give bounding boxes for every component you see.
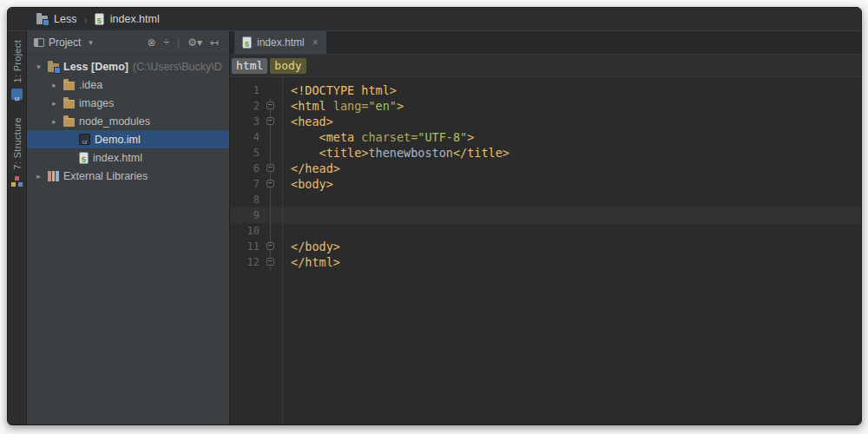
breadcrumb-html[interactable]: html — [232, 58, 267, 74]
chevron-right-icon[interactable]: ▸ — [49, 81, 59, 89]
tree-item-label: Less [Demo] — [63, 61, 128, 73]
code-segment: <meta — [319, 130, 362, 144]
line-number: 5 — [230, 145, 260, 161]
code-line-text: </body> — [279, 239, 340, 254]
code-line-text: <!DOCTYPE html> — [279, 82, 397, 98]
tree-item-index-html[interactable]: index.html — [27, 148, 229, 167]
collapse-all-icon[interactable]: ÷ — [163, 37, 169, 48]
tree-item-external-libraries[interactable]: ▸External Libraries — [27, 167, 229, 185]
project-folder-icon — [36, 16, 48, 24]
chevron-right-icon[interactable]: ▸ — [34, 172, 43, 181]
chevron-right-icon[interactable]: ▸ — [49, 117, 59, 126]
code-line-2[interactable]: 2−<html lang="en"> — [230, 98, 861, 114]
fold-gutter — [262, 129, 279, 145]
line-number: 8 — [230, 192, 260, 207]
chevron-right-icon[interactable]: ▸ — [49, 99, 59, 108]
fold-gutter: − — [262, 98, 279, 114]
line-number: 4 — [230, 129, 260, 145]
fold-collapse-icon[interactable]: − — [266, 180, 274, 187]
stripe-tab-structure-label: 7: Structure — [12, 117, 23, 169]
code-line-text: <title>thenewboston</title> — [279, 145, 510, 161]
chevron-down-icon[interactable]: ▾ — [89, 38, 93, 47]
stripe-tab-structure[interactable]: 7: Structure — [12, 117, 23, 187]
stripe-tab-project[interactable]: 1: Project — [11, 40, 23, 100]
tree-item-path: (C:\Users\Bucky\D — [133, 61, 222, 73]
breadcrumb-body[interactable]: body — [270, 58, 306, 74]
line-number: 6 — [230, 161, 260, 176]
tree-item-idea[interactable]: ▸.idea — [27, 76, 229, 94]
folder-icon — [63, 118, 75, 127]
code-segment: </html> — [291, 255, 340, 269]
code-segment: <head> — [291, 115, 333, 128]
project-panel-title[interactable]: Project — [49, 36, 81, 49]
code-segment: </title> — [453, 146, 510, 160]
fold-collapse-icon[interactable]: − — [266, 117, 274, 125]
tree-item-demo-iml[interactable]: Demo.iml — [27, 130, 229, 148]
project-tree: ▾Less [Demo] (C:\Users\Bucky\D▸.idea▸ima… — [27, 55, 229, 424]
tab-label: index.html — [257, 36, 305, 49]
code-line-4[interactable]: 4 <meta charset="UTF-8"> — [230, 129, 861, 145]
code-segment: <title> — [319, 146, 369, 160]
fold-gutter — [262, 145, 279, 161]
code-segment: lang= — [333, 99, 369, 113]
code-segment: charset= — [361, 130, 418, 144]
fold-end-icon[interactable]: − — [266, 242, 274, 250]
fold-gutter: − — [262, 239, 279, 254]
tree-item-node-modules[interactable]: ▸node_modules — [27, 112, 229, 130]
libs-icon — [48, 171, 59, 181]
code-line-9[interactable]: 9 — [230, 207, 861, 223]
project-tool-icon — [11, 89, 23, 100]
project-view-icon — [34, 38, 44, 47]
line-number: 1 — [230, 82, 260, 98]
fold-collapse-icon[interactable]: − — [266, 102, 274, 109]
line-number: 7 — [230, 176, 260, 192]
code-line-6[interactable]: 6−</head> — [230, 161, 861, 176]
code-segment: </head> — [291, 161, 340, 175]
code-segment: <html — [291, 99, 333, 113]
line-number: 3 — [230, 114, 260, 129]
code-editor[interactable]: 1<!DOCTYPE html>2−<html lang="en">3−<hea… — [230, 77, 861, 424]
tool-window-stripe: 1: Project 7: Structure — [8, 31, 27, 424]
project-tool-window: Project ▾ ⊗ ÷ | ⚙▾ ↤ ▾Less [Demo] (C:\Us… — [27, 31, 230, 424]
code-line-11[interactable]: 11−</body> — [230, 239, 861, 254]
settings-gear-icon[interactable]: ⚙▾ — [187, 37, 202, 48]
project-panel-toolbar: ⊗ ÷ | ⚙▾ ↤ — [147, 37, 219, 48]
hide-panel-icon[interactable]: ↤ — [210, 37, 219, 48]
title-breadcrumb-file[interactable]: index.html — [110, 13, 160, 25]
fold-gutter — [262, 207, 279, 223]
html-file-icon — [95, 13, 104, 25]
tree-item-label: Demo.iml — [95, 134, 141, 146]
locate-icon[interactable]: ⊗ — [147, 37, 155, 48]
code-segment: "en" — [368, 99, 397, 113]
code-line-5[interactable]: 5 <title>thenewboston</title> — [230, 145, 861, 161]
code-line-3[interactable]: 3−<head> — [230, 114, 861, 129]
structure-tool-icon — [15, 176, 19, 181]
title-breadcrumb-project[interactable]: Less — [54, 13, 76, 25]
module-icon — [48, 63, 59, 72]
tree-item-label: External Libraries — [63, 170, 148, 182]
close-icon[interactable]: × — [312, 36, 319, 49]
code-segment: <!DOCTYPE html> — [291, 83, 397, 97]
editor-tab-bar: index.html × — [230, 31, 861, 55]
code-segment: thenewboston — [368, 146, 453, 160]
code-line-text: <html lang="en"> — [279, 98, 404, 114]
fold-end-icon[interactable]: − — [266, 164, 274, 172]
code-line-12[interactable]: 12−</html> — [230, 254, 861, 270]
code-segment — [291, 146, 319, 160]
fold-end-icon[interactable]: − — [266, 258, 274, 266]
code-segment — [291, 130, 319, 144]
tree-item-images[interactable]: ▸images — [27, 94, 229, 112]
code-line-7[interactable]: 7−<body> — [230, 176, 861, 192]
code-line-10[interactable]: 10 — [230, 223, 861, 239]
code-line-text — [279, 207, 291, 223]
code-line-text: <meta charset="UTF-8"> — [279, 129, 474, 145]
tab-index-html[interactable]: index.html × — [234, 31, 326, 54]
code-segment: <body> — [291, 177, 333, 191]
code-line-text: </html> — [279, 254, 340, 270]
code-line-1[interactable]: 1<!DOCTYPE html> — [230, 82, 861, 98]
chevron-down-icon[interactable]: ▾ — [34, 62, 43, 71]
code-line-8[interactable]: 8 — [230, 192, 861, 207]
code-line-text: </head> — [279, 161, 340, 176]
tree-item-label: index.html — [93, 152, 142, 164]
tree-item-less-demo[interactable]: ▾Less [Demo] (C:\Users\Bucky\D — [27, 57, 229, 76]
